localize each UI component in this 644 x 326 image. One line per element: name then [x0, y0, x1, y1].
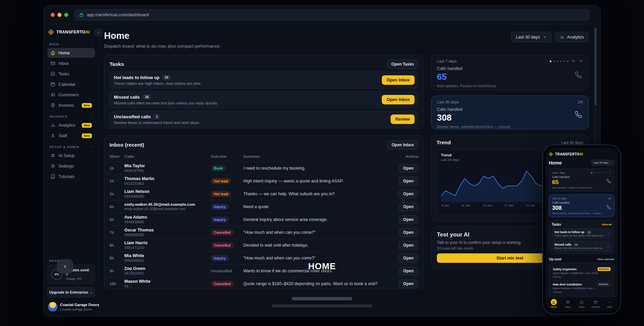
sidebar-item-staff[interactable]: StaffNew — [47, 131, 95, 141]
carousel-dot[interactable] — [567, 60, 568, 62]
analytics-icon — [50, 123, 55, 128]
collapse-sidebar-button[interactable] — [94, 28, 103, 37]
analytics-button[interactable]: Analytics — [555, 32, 589, 42]
close-window-button[interactable] — [51, 13, 55, 17]
sidebar-section-insights[interactable]: INSIGHTS — [47, 111, 95, 120]
sidebar-item-tutorials[interactable]: Tutorials — [47, 172, 95, 181]
scrollbar-thumb[interactable] — [594, 28, 597, 105]
home-icon — [50, 50, 55, 55]
view-calendar-link[interactable]: View calendar — [597, 258, 614, 261]
sidebar-item-label: Invoices — [58, 103, 74, 108]
sidebar-item-inbox[interactable]: Inbox — [47, 58, 95, 68]
open-row-button[interactable]: Open — [398, 279, 418, 288]
phone-period-select[interactable]: Last 30 days — [591, 160, 615, 166]
kpi-card-7-days[interactable]: Last 7 days Calls ha — [431, 55, 589, 91]
traffic-lights — [51, 13, 68, 17]
review-button[interactable]: Review — [391, 115, 415, 124]
period-select[interactable]: Last 30 days — [511, 32, 552, 42]
carousel-dot[interactable] — [556, 60, 558, 62]
view-all-link[interactable]: View all — [602, 223, 612, 226]
nav-label: More — [607, 306, 612, 308]
address-bar[interactable]: app.transfertoai.com/dashboard — [74, 9, 590, 21]
minimize-window-button[interactable] — [57, 13, 61, 17]
brand-primary: TRANSFERTO — [555, 152, 579, 156]
col-summary: Summary — [243, 154, 398, 158]
phone-kpi-30-days[interactable]: Last 30 days 1/6 Calls handled 308 Weekl… — [549, 194, 615, 217]
nav-item-calendar[interactable]: Calendar — [589, 299, 602, 308]
nav-label: Home — [551, 306, 556, 308]
sidebar-item-calendar[interactable]: Calendar — [47, 79, 95, 89]
slide-title-watermark: HOME — [308, 261, 336, 272]
nav-item-inbox[interactable]: Inbox — [561, 299, 574, 308]
home-icon — [552, 300, 555, 304]
open-row-button[interactable]: Open — [398, 202, 418, 211]
calendar-event[interactable]: Safety inspection BOOKED James Nguyen • … — [552, 266, 612, 280]
sidebar-item-analytics[interactable]: AnalyticsNew — [47, 120, 95, 130]
open-inbox-button[interactable]: Open Inbox — [382, 95, 415, 104]
sidebar-item-invoices[interactable]: InvoicesNew — [47, 100, 95, 110]
calendar-event[interactable]: New door installation MANUAL Mason Robin… — [552, 280, 612, 296]
carousel-prev-button[interactable] — [572, 59, 576, 63]
row-summary: Need a quote — [243, 204, 398, 209]
sidebar-item-settings[interactable]: Settings — [47, 161, 95, 171]
carousel-dot[interactable] — [560, 60, 562, 62]
phone-kpi-7-days[interactable]: Last 7 days Calls handled 65 Auto-update… — [549, 168, 615, 192]
trend-period: Last 30 days — [561, 141, 583, 145]
carousel-next-button[interactable] — [579, 59, 583, 63]
open-inbox-button[interactable]: Open Inbox — [387, 140, 418, 150]
row-when: 1h — [109, 179, 124, 183]
open-tasks-button[interactable]: Open Tasks — [387, 59, 418, 69]
open-inbox-button[interactable]: Open Inbox — [382, 75, 415, 85]
open-row-button[interactable]: Open — [398, 267, 418, 275]
sidebar-item-ai-setup[interactable]: AI Setup — [47, 151, 95, 160]
caller-contact: 0449939830 — [124, 220, 211, 224]
open-row-button[interactable]: Open — [398, 254, 418, 262]
kpi-card-30-days[interactable]: Last 30 days 1/6 Calls handled 308 Weekl… — [431, 96, 589, 129]
sidebar-item-home[interactable]: Home — [47, 48, 95, 58]
chevron-down-icon — [543, 35, 547, 39]
upgrade-button[interactable]: Upgrade to Enterprise → — [47, 287, 95, 297]
period-value: Last 30 days — [593, 161, 609, 164]
carousel-dot[interactable] — [553, 60, 555, 62]
sidebar-item-customers[interactable]: Customers — [47, 90, 95, 100]
open-row-button[interactable]: Open — [398, 177, 418, 185]
open-row-button[interactable]: Open — [398, 228, 418, 237]
nav-item-tasks[interactable]: Tasks — [575, 299, 589, 308]
carousel-next-button[interactable] — [609, 171, 611, 174]
carousel-dot[interactable] — [563, 60, 565, 62]
phone-task-missed-calls[interactable]: Missed calls38 Missed calls often become… — [552, 241, 612, 251]
phone-tasks-card: Tasks View all Hot leads to follow up26 … — [549, 220, 615, 254]
sidebar-section-setup-admin[interactable]: SETUP & ADMIN — [47, 141, 95, 151]
task-item-hot-leads: Hot leads to follow up26 These callers a… — [109, 72, 418, 89]
invoices-icon — [50, 103, 55, 108]
row-when: 10h — [109, 282, 124, 286]
carousel-dot[interactable] — [550, 60, 551, 62]
phone-task-hot-leads[interactable]: Hot leads to follow up26 These callers a… — [552, 228, 612, 239]
tutorials-icon — [50, 174, 55, 179]
open-row-button[interactable]: Open — [398, 241, 418, 250]
nav-item-home[interactable]: Home — [547, 299, 561, 308]
caller-contact: 0424088280 — [124, 194, 211, 198]
carousel-prev-button[interactable] — [604, 171, 607, 174]
outcome-pill: Inquiry — [211, 204, 229, 210]
open-row-button[interactable]: Open — [398, 164, 418, 173]
maximize-window-button[interactable] — [64, 13, 68, 17]
phone-icon — [575, 71, 582, 79]
customers-icon — [50, 92, 55, 97]
manual-badge: MANUAL — [597, 282, 611, 286]
account-profile[interactable]: Coastal Garage Doors Coastal Garage Door… — [47, 301, 95, 312]
sidebar-item-tasks[interactable]: Tasks — [47, 69, 95, 79]
carousel-dots[interactable] — [591, 172, 602, 173]
inbox-table-header: When Caller Outcome Summary Actions — [109, 150, 418, 161]
task-count-badge: 26 — [162, 75, 171, 80]
event-time: 1:00 pm — [553, 291, 561, 293]
open-row-button[interactable]: Open — [398, 190, 418, 198]
carousel-dots[interactable] — [550, 60, 568, 62]
sidebar-section-main[interactable]: MAIN — [47, 39, 95, 48]
open-row-button[interactable]: Open — [398, 215, 418, 224]
nav-item-more[interactable]: More — [603, 299, 617, 308]
event-title: Safety inspection — [553, 268, 576, 271]
event-detail: James Nguyen • 0445802161 • Sun, 8 Feb, — [553, 272, 598, 274]
task-count-badge: 1 — [153, 114, 160, 119]
slide-back-button[interactable] — [57, 259, 73, 273]
